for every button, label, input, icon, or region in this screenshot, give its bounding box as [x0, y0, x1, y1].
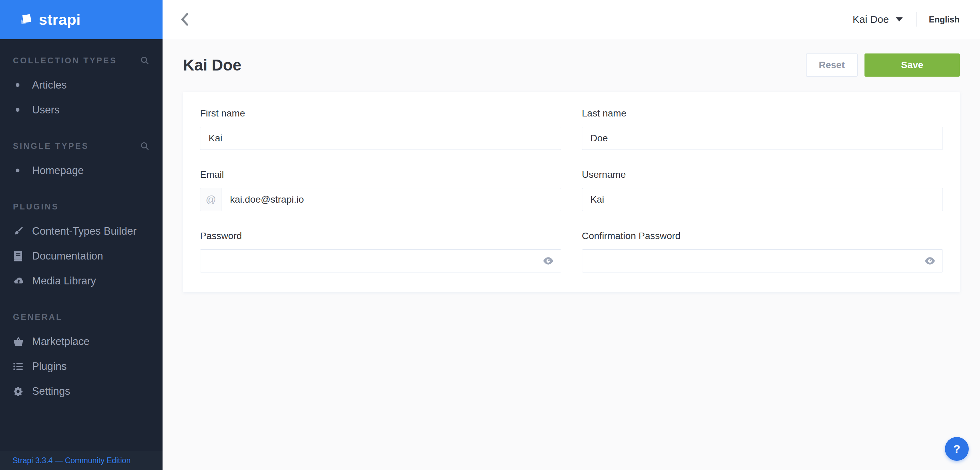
toggle-password-visibility-button[interactable] [924, 255, 936, 267]
strapi-logo-text: strapi [39, 11, 81, 28]
field-label: Email [200, 169, 561, 181]
field-label: Username [582, 169, 943, 181]
field-confirmation-password: Confirmation Password [582, 230, 943, 273]
toggle-password-visibility-button[interactable] [542, 255, 554, 267]
strapi-logo[interactable]: strapi [0, 0, 162, 39]
field-password: Password [200, 230, 561, 273]
chevron-down-icon [896, 17, 903, 21]
bullet-icon [13, 168, 27, 172]
field-label: First name [200, 108, 561, 119]
field-label: Confirmation Password [582, 230, 943, 242]
search-icon[interactable] [140, 141, 150, 151]
sidebar-item-label: Media Library [32, 275, 96, 287]
sidebar-item-settings[interactable]: Settings [0, 379, 162, 403]
sidebar-item-label: Marketplace [32, 335, 90, 348]
sidebar-item-marketplace[interactable]: Marketplace [0, 329, 162, 354]
chevron-left-icon [180, 13, 190, 26]
reset-button[interactable]: Reset [806, 54, 858, 77]
confirmation-password-input[interactable] [582, 249, 943, 273]
section-title-single-types: SINGLE TYPES [13, 141, 89, 151]
strapi-version-link[interactable]: Strapi 3.3.4 — Community Edition [13, 456, 130, 465]
bullet-icon [13, 83, 27, 87]
sidebar-nav: COLLECTION TYPES Articles Users SINGLE T… [0, 39, 162, 451]
sidebar-item-label: Articles [32, 79, 67, 91]
section-plugins: PLUGINS Content-Types Builder [0, 202, 162, 293]
save-button[interactable]: Save [864, 54, 960, 77]
last-name-input[interactable] [582, 127, 943, 150]
bullet-icon [13, 108, 27, 112]
sidebar-item-homepage[interactable]: Homepage [0, 158, 162, 183]
sidebar-item-plugins[interactable]: Plugins [0, 354, 162, 379]
field-label: Password [200, 230, 561, 242]
user-form-card: First name Last name Email @ [183, 92, 960, 292]
sidebar-item-media-library[interactable]: Media Library [0, 268, 162, 293]
sidebar-item-label: Content-Types Builder [32, 225, 137, 237]
search-icon[interactable] [140, 56, 150, 65]
help-button[interactable]: ? [945, 437, 969, 461]
field-email: Email @ [200, 169, 561, 211]
sidebar-item-label: Plugins [32, 360, 67, 373]
sidebar-footer: Strapi 3.3.4 — Community Edition [0, 451, 162, 470]
back-button[interactable] [162, 0, 207, 39]
top-header: Kai Doe English [162, 0, 980, 39]
username-input[interactable] [582, 188, 943, 211]
section-collection-types: COLLECTION TYPES Articles Users [0, 56, 162, 122]
field-label: Last name [582, 108, 943, 119]
header-right: Kai Doe English [853, 12, 980, 27]
page-title: Kai Doe [183, 56, 241, 74]
field-last-name: Last name [582, 108, 943, 150]
main-content: Kai Doe Reset Save First name Last name [162, 0, 980, 470]
action-buttons: Reset Save [806, 54, 960, 77]
sidebar-item-content-types-builder[interactable]: Content-Types Builder [0, 219, 162, 243]
section-single-types: SINGLE TYPES Homepage [0, 141, 162, 183]
section-title-plugins: PLUGINS [13, 202, 59, 211]
user-name: Kai Doe [853, 14, 889, 25]
at-sign-prefix: @ [200, 188, 222, 211]
field-username: Username [582, 169, 943, 211]
section-general: GENERAL Marketplace [0, 312, 162, 403]
sidebar: strapi COLLECTION TYPES Articles Users [0, 0, 162, 470]
sidebar-item-label: Users [32, 104, 60, 116]
section-title-collection-types: COLLECTION TYPES [13, 56, 117, 65]
brush-icon [13, 226, 27, 237]
section-title-general: GENERAL [13, 312, 62, 322]
gear-icon [13, 386, 27, 397]
eye-icon [543, 257, 554, 265]
sidebar-item-articles[interactable]: Articles [0, 73, 162, 97]
book-icon [13, 251, 27, 262]
sidebar-item-label: Homepage [32, 165, 84, 177]
email-input[interactable] [222, 188, 561, 211]
eye-icon [924, 257, 935, 265]
strapi-logo-icon [18, 12, 33, 28]
basket-icon [13, 337, 27, 347]
cloud-upload-icon [13, 276, 27, 286]
first-name-input[interactable] [200, 127, 561, 150]
sidebar-item-label: Settings [32, 385, 70, 397]
password-input[interactable] [200, 249, 561, 273]
field-first-name: First name [200, 108, 561, 150]
title-row: Kai Doe Reset Save [183, 54, 960, 77]
sidebar-item-users[interactable]: Users [0, 97, 162, 122]
sidebar-item-label: Documentation [32, 250, 103, 262]
language-selector[interactable]: English [929, 15, 959, 24]
sidebar-item-documentation[interactable]: Documentation [0, 243, 162, 268]
user-menu[interactable]: Kai Doe [853, 14, 903, 25]
list-icon [13, 362, 27, 371]
